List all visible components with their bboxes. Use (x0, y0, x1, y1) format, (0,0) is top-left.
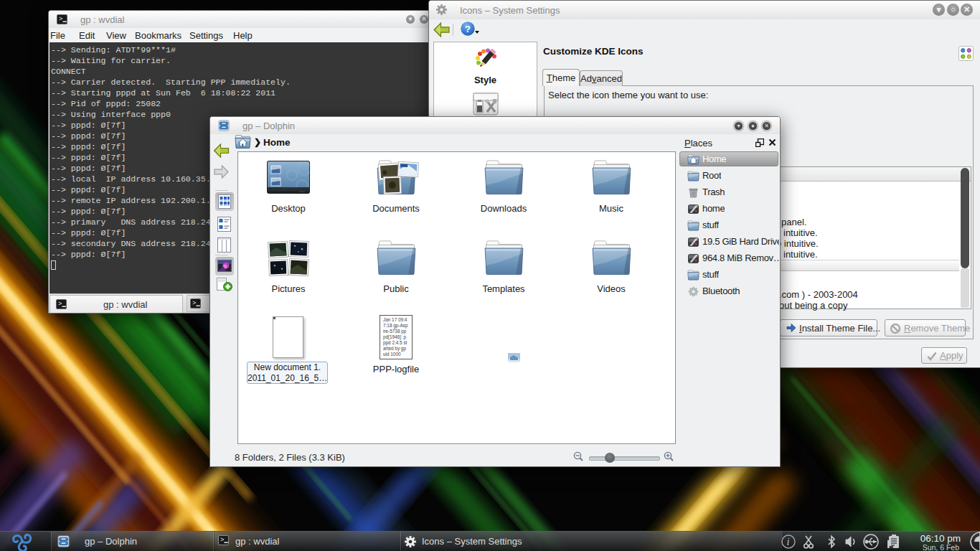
svg-text:pd[1946]: p: pd[1946]: p (383, 334, 406, 340)
svg-text:7:18 gp-Asp: 7:18 gp-Asp (383, 323, 408, 329)
svg-text:ppd 2.4.5 st: ppd 2.4.5 st (383, 340, 407, 346)
svg-text:?: ? (465, 24, 471, 34)
svg-text:arted by gp: arted by gp (383, 346, 406, 352)
svg-text:uid 1000: uid 1000 (383, 352, 401, 357)
svg-text:ire-5738 pp: ire-5738 pp (383, 329, 407, 334)
svg-text:i: i (787, 537, 790, 547)
svg-text:Jan 17 09:4: Jan 17 09:4 (383, 317, 407, 322)
